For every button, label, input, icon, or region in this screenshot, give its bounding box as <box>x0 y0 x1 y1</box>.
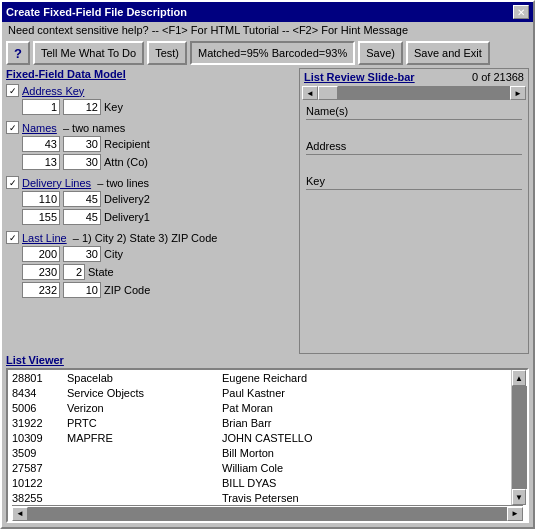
list-row[interactable]: 3509Bill Morton <box>8 445 511 460</box>
list-col-name: Service Objects <box>67 387 222 399</box>
scroll-bottom-track[interactable] <box>28 507 507 521</box>
last-line-header: ✓ Last Line – 1) City 2) State 3) ZIP Co… <box>6 231 295 244</box>
list-col-person: BILL DYAS <box>222 477 507 489</box>
close-button[interactable]: ✕ <box>513 5 529 19</box>
review-field-key: Key <box>306 175 522 190</box>
lastline-label-1: State <box>88 266 114 278</box>
scroll-thumb-h[interactable] <box>318 86 338 100</box>
scroll-up-arrow[interactable]: ▲ <box>512 370 526 386</box>
address-key-val1[interactable] <box>22 99 60 115</box>
delivery-val1-1[interactable] <box>22 209 60 225</box>
scroll-bottom-left[interactable]: ◄ <box>12 507 28 521</box>
list-col-id: 8434 <box>12 387 67 399</box>
list-col-id: 10122 <box>12 477 67 489</box>
review-names-label: Name(s) <box>306 105 522 117</box>
names-val1-0[interactable] <box>22 136 60 152</box>
address-key-row-0: Key <box>22 99 295 115</box>
help-icon[interactable]: ? <box>6 41 30 65</box>
names-checkbox[interactable]: ✓ <box>6 121 19 134</box>
names-label-1: Attn (Co) <box>104 156 148 168</box>
left-panel: Fixed-Field Data Model ✓ Address Key Key… <box>6 68 299 354</box>
scroll-left-arrow[interactable]: ◄ <box>302 86 318 100</box>
right-panel: List Review Slide-bar 0 of 21368 ◄ ► Nam… <box>299 68 529 354</box>
lastline-val2-1[interactable] <box>63 264 85 280</box>
help-text: Need context sensitive help? -- <F1> For… <box>8 24 408 36</box>
list-col-name: MAPFRE <box>67 432 222 444</box>
tell-me-button[interactable]: Tell Me What To Do <box>33 41 144 65</box>
list-review-area: Name(s) Address Key <box>300 101 528 353</box>
list-row[interactable]: 38255Travis Petersen <box>8 490 511 505</box>
scroll-track-h[interactable] <box>318 86 510 100</box>
address-key-header: ✓ Address Key <box>6 84 295 97</box>
list-data: 28801SpacelabEugene Reichard8434Service … <box>8 370 511 505</box>
scroll-down-arrow[interactable]: ▼ <box>512 489 526 505</box>
scroll-right-arrow[interactable]: ► <box>510 86 526 100</box>
last-line-checkbox[interactable]: ✓ <box>6 231 19 244</box>
list-viewer-title: List Viewer <box>6 354 529 366</box>
matched-button[interactable]: Matched=95% Barcoded=93% <box>190 41 355 65</box>
lastline-val2-2[interactable] <box>63 282 101 298</box>
address-key-val2[interactable] <box>63 99 101 115</box>
main-content: Fixed-Field Data Model ✓ Address Key Key… <box>2 68 533 354</box>
list-col-person: William Cole <box>222 462 507 474</box>
names-row-0: Recipient <box>22 136 295 152</box>
list-col-name: Spacelab <box>67 372 222 384</box>
list-row[interactable]: 10122BILL DYAS <box>8 475 511 490</box>
delivery-val2-0[interactable] <box>63 191 101 207</box>
list-row[interactable]: 10309MAPFREJOHN CASTELLO <box>8 430 511 445</box>
lastline-val1-2[interactable] <box>22 282 60 298</box>
review-field-names: Name(s) <box>306 105 522 120</box>
address-key-label: Address Key <box>22 85 84 97</box>
toolbar: ? Tell Me What To Do Test) Matched=95% B… <box>2 38 533 68</box>
names-header: ✓ Names – two names <box>6 121 295 134</box>
help-bar: Need context sensitive help? -- <F1> For… <box>2 22 533 38</box>
scroll-track-v[interactable] <box>512 386 527 489</box>
test-button[interactable]: Test) <box>147 41 187 65</box>
list-col-name: Verizon <box>67 402 222 414</box>
review-address-label: Address <box>306 140 522 152</box>
names-val2-1[interactable] <box>63 154 101 170</box>
delivery-lines-group: ✓ Delivery Lines – two lines Delivery2 D… <box>6 176 295 227</box>
review-field-address: Address <box>306 140 522 155</box>
list-col-person: Paul Kastner <box>222 387 507 399</box>
names-val1-1[interactable] <box>22 154 60 170</box>
list-row[interactable]: 31922PRTCBrian Barr <box>8 415 511 430</box>
list-review-hscrollbar[interactable]: ◄ ► <box>302 85 526 101</box>
delivery-lines-checkbox[interactable]: ✓ <box>6 176 19 189</box>
review-key-label: Key <box>306 175 522 187</box>
title-bar: Create Fixed-Field File Description ✕ <box>2 2 533 22</box>
delivery-row-1: Delivery1 <box>22 209 295 225</box>
lastline-label-0: City <box>104 248 123 260</box>
save-exit-button[interactable]: Save and Exit <box>406 41 490 65</box>
lastline-val1-1[interactable] <box>22 264 60 280</box>
list-col-id: 27587 <box>12 462 67 474</box>
list-row[interactable]: 27587William Cole <box>8 460 511 475</box>
delivery-lines-header: ✓ Delivery Lines – two lines <box>6 176 295 189</box>
list-row[interactable]: 5006VerizonPat Moran <box>8 400 511 415</box>
list-col-id: 38255 <box>12 492 67 504</box>
list-row[interactable]: 28801SpacelabEugene Reichard <box>8 370 511 385</box>
list-hscrollbar[interactable]: ◄ ► <box>12 505 523 521</box>
address-key-checkbox[interactable]: ✓ <box>6 84 19 97</box>
scroll-bottom-right[interactable]: ► <box>507 507 523 521</box>
lastline-val1-0[interactable] <box>22 246 60 262</box>
save-button[interactable]: Save) <box>358 41 403 65</box>
list-row[interactable]: 8434Service ObjectsPaul Kastner <box>8 385 511 400</box>
list-viewer-section: List Viewer 28801SpacelabEugene Reichard… <box>2 354 533 527</box>
list-vscrollbar[interactable]: ▲ ▼ <box>511 370 527 505</box>
delivery-val2-1[interactable] <box>63 209 101 225</box>
delivery-label-0: Delivery2 <box>104 193 150 205</box>
list-review: List Review Slide-bar 0 of 21368 ◄ ► Nam… <box>299 68 529 354</box>
lastline-val2-0[interactable] <box>63 246 101 262</box>
list-review-count: 0 of 21368 <box>472 71 524 83</box>
names-label: Names <box>22 122 57 134</box>
list-col-name: PRTC <box>67 417 222 429</box>
names-row-1: Attn (Co) <box>22 154 295 170</box>
delivery-label-1: Delivery1 <box>104 211 150 223</box>
delivery-val1-0[interactable] <box>22 191 60 207</box>
list-review-header: List Review Slide-bar 0 of 21368 <box>300 69 528 85</box>
list-viewer-content: 28801SpacelabEugene Reichard8434Service … <box>8 370 527 505</box>
names-label-0: Recipient <box>104 138 150 150</box>
list-col-id: 3509 <box>12 447 67 459</box>
names-val2-0[interactable] <box>63 136 101 152</box>
